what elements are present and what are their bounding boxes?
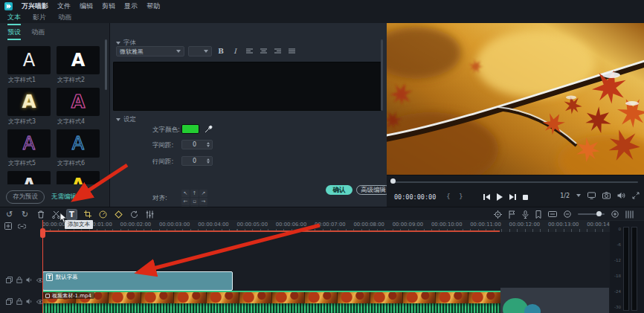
mark-in-button[interactable]: { xyxy=(446,193,451,200)
save-as-preset-button[interactable]: 存为预设 xyxy=(6,190,45,204)
subtitle-clip[interactable]: T 默认字幕 xyxy=(42,271,233,291)
chevron-down-icon[interactable] xyxy=(576,194,581,197)
mute-icon[interactable] xyxy=(26,277,33,283)
text-style-preset[interactable]: A文字样式8 xyxy=(57,171,100,184)
video-clip[interactable]: 视频素材-1.mp4 xyxy=(42,291,500,313)
align-justify-button[interactable] xyxy=(286,46,297,57)
text-style-preset[interactable]: A文字样式3 xyxy=(7,88,51,128)
text-style-preset[interactable]: A文字样式1 xyxy=(7,46,51,86)
text-color-swatch[interactable] xyxy=(181,124,199,134)
menu-item[interactable]: 剪辑 xyxy=(102,1,115,11)
italic-button[interactable]: I xyxy=(230,46,240,57)
delete-icon[interactable] xyxy=(36,210,45,219)
display-icon[interactable] xyxy=(587,192,596,199)
preset-thumbnail[interactable]: A xyxy=(57,171,100,184)
font-family-select[interactable]: 微软雅黑 xyxy=(116,46,184,57)
next-frame-button[interactable] xyxy=(509,194,516,200)
snap-icon[interactable] xyxy=(18,223,26,230)
render-preview-icon[interactable] xyxy=(129,210,139,219)
volume-icon[interactable] xyxy=(617,192,625,199)
line-spacing-stepper[interactable]: 0 xyxy=(181,156,213,166)
track-size-icon[interactable] xyxy=(548,210,557,218)
fit-timeline-icon[interactable] xyxy=(625,210,634,219)
preset-thumbnail[interactable]: A xyxy=(7,129,51,158)
zoom-out-icon[interactable] xyxy=(564,210,571,218)
mark-out-button[interactable]: } xyxy=(459,193,463,200)
advanced-edit-button[interactable]: 高级编辑 xyxy=(356,185,390,195)
menu-item[interactable]: 帮助 xyxy=(146,1,160,11)
nav-tab[interactable]: 影片 xyxy=(33,13,46,24)
lock-icon[interactable] xyxy=(16,298,22,305)
preset-thumbnail[interactable]: A xyxy=(57,46,100,74)
quick-edit-link[interactable]: 无需编辑 xyxy=(51,193,77,201)
preset-thumbnail[interactable]: A xyxy=(57,129,100,158)
timeline-zoom-slider[interactable] xyxy=(578,213,605,215)
nav-tab[interactable]: 动画 xyxy=(58,13,71,24)
lock-icon[interactable] xyxy=(16,277,22,283)
keyframe-icon[interactable] xyxy=(114,210,123,219)
preview-quality-value[interactable]: 1/2 xyxy=(560,193,570,199)
locate-playhead-icon[interactable] xyxy=(494,210,502,219)
preset-letter: A xyxy=(71,176,86,184)
seek-thumb[interactable] xyxy=(390,178,396,184)
menu-item[interactable]: 编辑 xyxy=(80,1,93,11)
letter-spacing-stepper[interactable]: 0 xyxy=(181,140,213,149)
align-left-button[interactable] xyxy=(244,46,254,57)
redo-icon[interactable]: ↻ xyxy=(20,210,30,219)
preset-scrollbar[interactable] xyxy=(105,39,107,90)
align-right-button[interactable] xyxy=(272,46,283,57)
preset-thumbnail[interactable]: A xyxy=(7,46,51,74)
eyedropper-icon[interactable] xyxy=(205,125,213,133)
align-center-button[interactable] xyxy=(258,46,268,57)
flag-icon[interactable] xyxy=(509,210,515,219)
text-input-area[interactable] xyxy=(113,62,382,111)
preset-thumbnail[interactable]: A xyxy=(7,88,51,116)
zoom-in-icon[interactable] xyxy=(611,210,619,218)
fullscreen-icon[interactable] xyxy=(632,192,640,199)
alignment-cell[interactable]: ↗ xyxy=(199,190,207,197)
preview-seek-bar[interactable] xyxy=(393,181,638,183)
text-style-preset[interactable]: A文字样式6 xyxy=(57,129,100,170)
text-style-preset[interactable]: A文字样式5 xyxy=(7,129,51,170)
preset-thumbnail[interactable]: A xyxy=(57,88,100,116)
mute-icon[interactable] xyxy=(26,298,33,305)
settings-section-header[interactable]: 设定 xyxy=(116,115,136,124)
nav-tab[interactable]: 文本 xyxy=(7,13,21,25)
alignment-cell[interactable]: ↑ xyxy=(190,190,199,197)
timeline: ↺ ↻ T 00:00:00:0000:00:01:0000:00:02:000… xyxy=(0,207,644,313)
voiceover-mic-icon[interactable] xyxy=(522,210,529,219)
text-style-preset[interactable]: A文字样式4 xyxy=(57,88,100,128)
stop-button[interactable] xyxy=(523,195,528,200)
preset-panel-tab[interactable]: 预设 xyxy=(7,28,21,40)
marker-icon[interactable] xyxy=(535,210,541,219)
text-style-preset[interactable]: A文字样式7 xyxy=(7,171,51,184)
speed-icon[interactable] xyxy=(98,210,108,219)
playhead-handle[interactable] xyxy=(40,228,45,238)
mixer-icon[interactable] xyxy=(145,210,155,219)
zoom-slider-handle[interactable] xyxy=(596,211,602,216)
text-style-preset[interactable]: A文字样式2 xyxy=(57,46,100,86)
stepper-arrows-icon[interactable] xyxy=(207,158,212,164)
undo-icon[interactable]: ↺ xyxy=(4,210,14,219)
alignment-cell[interactable]: → xyxy=(199,198,207,205)
menu-item[interactable]: 文件 xyxy=(57,1,71,11)
add-text-tool-button[interactable]: T xyxy=(67,210,77,219)
preset-thumbnail[interactable]: A xyxy=(7,171,51,184)
previous-frame-button[interactable] xyxy=(483,194,490,200)
menu-item[interactable]: 显示 xyxy=(124,1,138,11)
crop-icon[interactable] xyxy=(83,210,92,219)
confirm-button[interactable]: 确认 xyxy=(326,185,352,195)
manage-tracks-icon[interactable] xyxy=(4,222,12,230)
play-button[interactable] xyxy=(497,193,503,201)
alignment-cell[interactable]: ↖ xyxy=(181,190,190,197)
timeline-right-tools xyxy=(494,209,634,219)
stepper-arrows-icon[interactable] xyxy=(207,142,212,147)
preset-panel-tab[interactable]: 动画 xyxy=(31,28,45,40)
alignment-cell[interactable]: ▫ xyxy=(190,198,199,205)
alignment-cell[interactable]: ← xyxy=(181,198,190,205)
snapshot-camera-icon[interactable] xyxy=(602,192,611,199)
bold-button[interactable]: B xyxy=(216,46,226,57)
font-size-select[interactable] xyxy=(188,46,212,57)
meter-channel-left xyxy=(623,227,629,311)
editor-scrollbar[interactable] xyxy=(381,39,383,111)
